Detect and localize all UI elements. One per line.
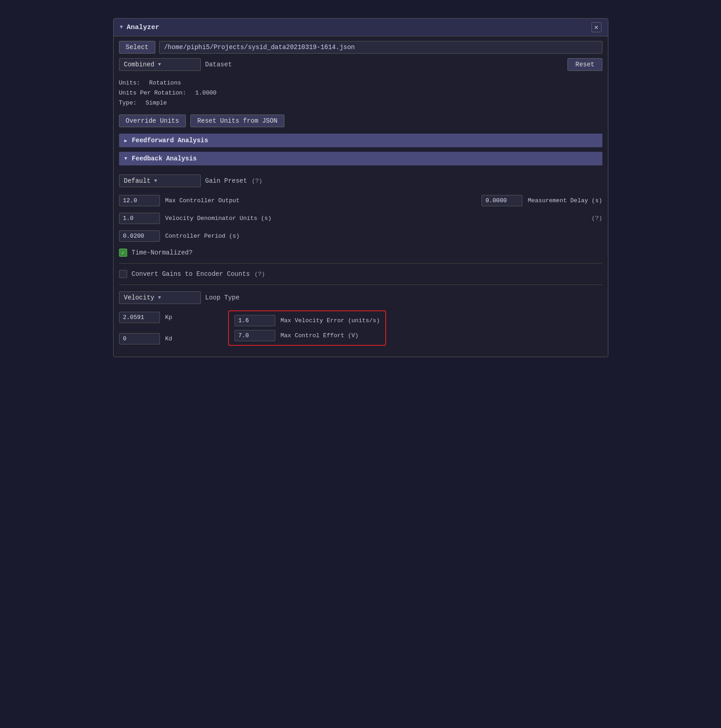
left-gains: Kp Kd bbox=[119, 310, 219, 349]
max-control-effort-row: Max Control Effort (V) bbox=[234, 330, 380, 341]
loop-type-arrow: ▼ bbox=[158, 295, 161, 300]
velocity-denom-row: Velocity Denominator Units (s) (?) bbox=[119, 211, 602, 225]
time-normalized-label: Time-Normalized? bbox=[132, 249, 193, 256]
window-icon: ▼ bbox=[120, 24, 123, 30]
controller-period-label: Controller Period (s) bbox=[165, 233, 602, 239]
max-velocity-error-label: Max Velocity Error (units/s) bbox=[281, 317, 380, 324]
convert-gains-qmark: (?) bbox=[254, 271, 265, 278]
max-control-effort-label: Max Control Effort (V) bbox=[281, 332, 359, 339]
measurement-delay-input[interactable] bbox=[482, 195, 522, 206]
dataset-label: Dataset bbox=[205, 61, 232, 68]
units-row: Units: Rotations bbox=[119, 78, 602, 88]
upr-label: Units Per Rotation: bbox=[119, 88, 186, 98]
title-bar: ▼ Analyzer ✕ bbox=[114, 19, 608, 36]
max-velocity-error-row: Max Velocity Error (units/s) bbox=[234, 315, 380, 326]
velocity-denom-label: Velocity Denominator Units (s) bbox=[165, 215, 587, 222]
time-normalized-checkbox[interactable]: ✓ bbox=[119, 249, 127, 257]
highlight-box: Max Velocity Error (units/s) Max Control… bbox=[228, 310, 386, 346]
divider-1 bbox=[119, 263, 602, 264]
kd-row: Kd bbox=[119, 332, 219, 346]
combined-label: Combined bbox=[124, 61, 154, 68]
kp-input[interactable] bbox=[119, 312, 160, 323]
gains-row: Kp Kd Max Velocity Error (units/s) Max C bbox=[119, 310, 602, 349]
gain-preset-label: Default bbox=[124, 177, 151, 184]
upr-row: Units Per Rotation: 1.0000 bbox=[119, 88, 602, 98]
select-row: Select /home/piphi5/Projects/sysid_data2… bbox=[119, 41, 602, 54]
feedforward-title: Feedforward Analysis bbox=[132, 137, 208, 144]
feedforward-header[interactable]: ▶ Feedforward Analysis bbox=[119, 134, 602, 147]
velocity-denom-qmark: (?) bbox=[592, 215, 602, 222]
kp-row: Kp bbox=[119, 310, 219, 324]
time-normalized-checkmark: ✓ bbox=[121, 249, 124, 256]
kd-input[interactable] bbox=[119, 333, 160, 344]
window-title: Analyzer bbox=[127, 24, 159, 31]
select-button[interactable]: Select bbox=[119, 41, 155, 54]
divider-2 bbox=[119, 284, 602, 285]
max-controller-output-label: Max Controller Output bbox=[165, 197, 476, 204]
reset-button[interactable]: Reset bbox=[567, 58, 602, 71]
combined-dropdown[interactable]: Combined ▼ bbox=[119, 58, 201, 71]
max-controller-output-input[interactable] bbox=[119, 195, 160, 206]
convert-gains-row: Convert Gains to Encoder Counts (?) bbox=[119, 268, 602, 280]
loop-type-label: Velocity bbox=[124, 294, 154, 301]
feedback-arrow: ▼ bbox=[124, 156, 128, 161]
velocity-denom-input[interactable] bbox=[119, 213, 160, 224]
feedback-header[interactable]: ▼ Feedback Analysis bbox=[119, 152, 602, 165]
type-label: Type: bbox=[119, 98, 137, 108]
units-value: Rotations bbox=[149, 78, 181, 88]
time-normalized-row: ✓ Time-Normalized? bbox=[119, 247, 602, 259]
max-velocity-error-input[interactable] bbox=[234, 315, 275, 326]
type-row: Type: Simple bbox=[119, 98, 602, 108]
reset-units-button[interactable]: Reset Units from JSON bbox=[190, 115, 284, 127]
info-section: Units: Rotations Units Per Rotation: 1.0… bbox=[119, 76, 602, 110]
feedforward-arrow: ▶ bbox=[124, 138, 128, 144]
feedback-title: Feedback Analysis bbox=[132, 155, 197, 162]
combined-dropdown-arrow: ▼ bbox=[158, 62, 161, 67]
gain-preset-row: Default ▼ Gain Preset (?) bbox=[119, 173, 602, 189]
unit-buttons-row: Override Units Reset Units from JSON bbox=[119, 115, 602, 127]
title-bar-left: ▼ Analyzer bbox=[120, 24, 159, 31]
gain-preset-arrow: ▼ bbox=[154, 178, 157, 184]
type-value: Simple bbox=[146, 98, 167, 108]
controller-period-input[interactable] bbox=[119, 230, 160, 242]
max-controller-output-row: Max Controller Output Measurement Delay … bbox=[119, 194, 602, 208]
kd-label: Kd bbox=[165, 335, 219, 342]
analyzer-window: ▼ Analyzer ✕ Select /home/piphi5/Project… bbox=[113, 18, 608, 357]
convert-gains-label: Convert Gains to Encoder Counts bbox=[132, 270, 250, 278]
close-button[interactable]: ✕ bbox=[592, 22, 602, 32]
gain-preset-text: Gain Preset bbox=[205, 177, 247, 184]
override-units-button[interactable]: Override Units bbox=[119, 115, 186, 127]
convert-gains-checkbox[interactable] bbox=[119, 270, 127, 278]
upr-value: 1.0000 bbox=[195, 88, 217, 98]
controller-period-row: Controller Period (s) bbox=[119, 229, 602, 243]
feedback-content: Default ▼ Gain Preset (?) Max Controller… bbox=[119, 170, 602, 352]
dataset-row: Combined ▼ Dataset Reset bbox=[119, 58, 602, 71]
loop-type-dropdown[interactable]: Velocity ▼ bbox=[119, 291, 201, 304]
units-label: Units: bbox=[119, 78, 140, 88]
loop-type-text: Loop Type bbox=[205, 294, 240, 301]
measurement-delay-label: Measurement Delay (s) bbox=[528, 197, 602, 204]
file-path-display: /home/piphi5/Projects/sysid_data20210319… bbox=[159, 41, 602, 54]
gain-preset-qmark: (?) bbox=[252, 178, 262, 184]
loop-type-row: Velocity ▼ Loop Type bbox=[119, 289, 602, 306]
main-content: Select /home/piphi5/Projects/sysid_data2… bbox=[114, 36, 608, 357]
gain-preset-dropdown[interactable]: Default ▼ bbox=[119, 175, 201, 187]
kp-label: Kp bbox=[165, 314, 219, 321]
max-control-effort-input[interactable] bbox=[234, 330, 275, 341]
